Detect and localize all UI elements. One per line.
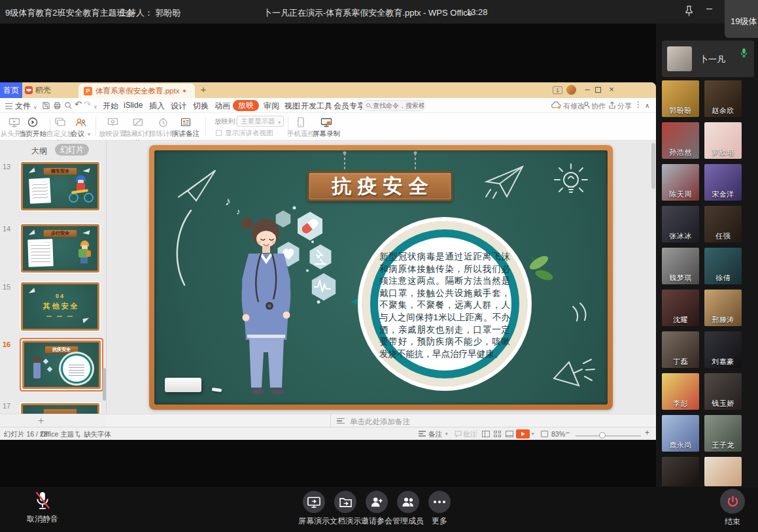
quickbar-dropdown-icon[interactable] bbox=[94, 101, 97, 110]
slide-thumbnail-14[interactable]: 步行安全 bbox=[21, 224, 99, 273]
normal-view-icon[interactable] bbox=[482, 431, 490, 437]
menu-start[interactable]: 开始 bbox=[103, 101, 118, 112]
collapse-ribbon-icon[interactable] bbox=[645, 101, 649, 110]
slide-canvas-area[interactable]: ♪ ♪ bbox=[107, 141, 656, 414]
reading-view-icon[interactable] bbox=[506, 431, 513, 437]
slide-thumbnail-15[interactable]: 04 其 他 安 全 bbox=[21, 282, 99, 331]
menu-view[interactable]: 视图 bbox=[284, 101, 300, 112]
slide-area-scrollbar[interactable] bbox=[651, 143, 655, 189]
menu-insert[interactable]: 插入 bbox=[149, 101, 165, 112]
speaker-notes-button[interactable]: 演讲备注 bbox=[171, 116, 200, 139]
comments-toggle[interactable]: 批注 bbox=[463, 430, 477, 439]
cloud-sync-icon[interactable] bbox=[551, 101, 561, 109]
slide-thumbnail-13[interactable]: 骑车安全 bbox=[21, 162, 99, 210]
participant-tile[interactable]: 邢滕涛 bbox=[704, 290, 742, 326]
zoom-in-icon[interactable] bbox=[645, 428, 649, 437]
pin-icon[interactable] bbox=[684, 5, 694, 17]
zoom-slider-track[interactable] bbox=[576, 435, 641, 437]
add-slide-button[interactable] bbox=[38, 415, 44, 427]
collab-label[interactable]: 协作 bbox=[591, 101, 606, 111]
tab-outline[interactable]: 大纲 bbox=[31, 146, 47, 157]
more-menu-icon[interactable] bbox=[634, 100, 642, 109]
tab-document[interactable]: 体育系寒假安全教育.pptx bbox=[78, 84, 195, 98]
wps-minimize-icon[interactable] bbox=[582, 84, 593, 95]
participant-tile[interactable]: 王子龙 bbox=[704, 415, 742, 452]
presenter-tile[interactable]: 卜一凡 bbox=[662, 41, 754, 77]
notes-toggle[interactable]: 备注 bbox=[428, 430, 442, 439]
participant-tile[interactable]: 丁磊 bbox=[662, 331, 699, 368]
slide-title-sign[interactable]: 抗疫安全 bbox=[307, 171, 453, 201]
menu-slideshow-active[interactable]: 放映 bbox=[233, 100, 259, 111]
participant-tile[interactable]: 孙浩然 bbox=[662, 122, 699, 159]
zoom-level[interactable]: 83% bbox=[551, 430, 565, 438]
redo-icon[interactable]: ↷ bbox=[84, 99, 91, 109]
end-meeting-button[interactable]: 结束 bbox=[714, 489, 751, 527]
command-search[interactable] bbox=[362, 100, 426, 111]
participant-tile[interactable]: 张冰冰 bbox=[662, 206, 699, 242]
menu-islide[interactable]: iSlide bbox=[124, 101, 143, 110]
share-icon[interactable] bbox=[608, 101, 616, 109]
menu-transition[interactable]: 切换 bbox=[193, 101, 209, 112]
missing-font-label[interactable]: 缺失字体 bbox=[84, 430, 111, 439]
meeting-corner-panel[interactable]: 19级体 bbox=[725, 0, 758, 38]
participant-tile[interactable]: 罗欣培 bbox=[704, 122, 742, 159]
slide-body-text[interactable]: 新型冠状病毒是通过近距离飞沫和病原体接触传染，所以我们必须注意这两点。隔断方法当… bbox=[379, 251, 510, 362]
new-tab-button[interactable] bbox=[198, 84, 209, 95]
file-menu[interactable]: 文件 bbox=[5, 101, 37, 112]
participant-tile[interactable]: 任强 bbox=[704, 206, 742, 242]
participant-tile[interactable] bbox=[662, 457, 699, 486]
notes-dropdown-icon[interactable]: ▾ bbox=[445, 431, 448, 437]
participant-tile[interactable]: 沈耀 bbox=[662, 290, 699, 326]
account-avatar[interactable] bbox=[566, 85, 576, 95]
thumbnail-scrollbar[interactable] bbox=[103, 368, 106, 401]
participant-tile[interactable]: 钱玉娇 bbox=[704, 373, 742, 410]
participant-tile[interactable] bbox=[704, 457, 742, 486]
menu-devtools[interactable]: 开发工具 bbox=[301, 101, 332, 112]
fit-window-icon[interactable] bbox=[541, 431, 548, 437]
doc-share-button[interactable]: 文档演示 bbox=[330, 491, 361, 527]
presenter-view-checkbox[interactable] bbox=[216, 130, 222, 136]
play-slideshow-button[interactable] bbox=[516, 429, 530, 439]
participant-tile[interactable]: 鹿永尚 bbox=[662, 415, 699, 452]
screen-record-button[interactable]: 屏幕录制 bbox=[311, 116, 342, 139]
menu-review[interactable]: 审阅 bbox=[264, 101, 279, 112]
wps-close-icon[interactable] bbox=[606, 84, 617, 95]
print-icon[interactable] bbox=[53, 101, 61, 110]
collab-icon[interactable] bbox=[583, 101, 590, 109]
notes-bar[interactable]: 单击此处添加备注 bbox=[107, 414, 656, 427]
slide-thumbnail-16-current[interactable]: 抗疫安全 bbox=[22, 341, 101, 389]
participant-tile[interactable]: 刘嘉豪 bbox=[704, 331, 742, 368]
slide-thumbnail-17[interactable] bbox=[21, 403, 99, 414]
menu-animation[interactable]: 动画 bbox=[215, 101, 230, 112]
more-button[interactable]: 更多 bbox=[424, 491, 455, 527]
zoom-slider-thumb[interactable] bbox=[599, 432, 606, 439]
menu-design[interactable]: 设计 bbox=[171, 101, 186, 112]
slide-16-canvas[interactable]: ♪ ♪ bbox=[149, 145, 613, 410]
meeting-button[interactable]: 会议 bbox=[67, 116, 94, 139]
menu-member[interactable]: 会员专享 bbox=[334, 101, 365, 112]
undo-icon[interactable]: ↶ bbox=[75, 99, 82, 109]
invite-button[interactable]: 邀请参会 bbox=[361, 491, 392, 527]
display-target-select[interactable]: 主要显示器 bbox=[237, 116, 284, 127]
participant-tile[interactable]: 李彭 bbox=[662, 373, 699, 410]
wps-maximize-icon[interactable] bbox=[595, 87, 601, 93]
theme-name[interactable]: Office 主题 bbox=[41, 430, 74, 439]
participant-tile[interactable]: 赵余欣 bbox=[704, 80, 742, 117]
screen-share-button[interactable]: 屏幕演示 bbox=[298, 491, 330, 527]
play-dropdown-icon[interactable]: ▾ bbox=[532, 431, 534, 437]
unmute-button[interactable]: 取消静音 bbox=[22, 491, 63, 525]
tab-slides[interactable]: 幻灯片 bbox=[55, 144, 89, 156]
tab-home[interactable]: 首页 bbox=[0, 82, 22, 98]
participant-tile[interactable]: 徐倩 bbox=[704, 248, 742, 284]
participant-tile[interactable]: 宋金洋 bbox=[704, 164, 742, 201]
manage-members-button[interactable]: 管理成员 bbox=[392, 491, 424, 527]
minimize-icon[interactable]: – bbox=[706, 3, 712, 14]
search-input[interactable] bbox=[373, 101, 424, 110]
tab-docer[interactable]: 稻壳 bbox=[25, 82, 51, 98]
sorter-view-icon[interactable] bbox=[494, 431, 502, 437]
participant-tile[interactable]: 陈天周 bbox=[662, 164, 699, 201]
zoom-out-icon[interactable] bbox=[565, 428, 570, 437]
preview-icon[interactable] bbox=[64, 101, 73, 110]
window-count-badge[interactable]: 1 bbox=[553, 86, 562, 94]
participant-tile[interactable]: 郭盼盼 bbox=[662, 80, 699, 117]
